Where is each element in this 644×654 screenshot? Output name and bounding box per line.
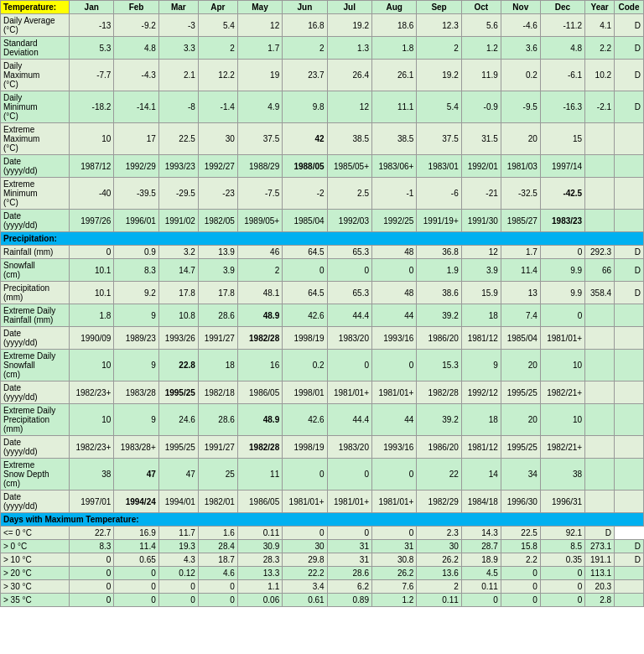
table-cell: 0 bbox=[371, 459, 416, 490]
table-cell bbox=[585, 382, 615, 404]
table-cell: 1988/05 bbox=[283, 155, 327, 178]
table-cell bbox=[615, 580, 644, 594]
table-cell: 12.3 bbox=[417, 14, 461, 37]
table-cell: 18 bbox=[198, 350, 237, 382]
table-cell: 2.2 bbox=[501, 553, 540, 567]
table-cell: 1992/03 bbox=[327, 210, 371, 232]
table-cell: 5.6 bbox=[461, 14, 501, 37]
table-cell: 8.3 bbox=[70, 540, 114, 553]
table-cell: 14 bbox=[461, 459, 501, 490]
table-cell: 1981/01+ bbox=[371, 382, 416, 404]
table-cell: 13.9 bbox=[198, 246, 237, 259]
table-cell bbox=[615, 123, 644, 155]
table-cell: 0 bbox=[327, 259, 371, 282]
table-cell: 66 bbox=[585, 259, 615, 282]
table-cell bbox=[615, 382, 644, 404]
col-jun: Jun bbox=[283, 1, 327, 14]
table-cell: 7.6 bbox=[371, 580, 416, 594]
col-jan: Jan bbox=[70, 1, 114, 14]
table-cell: -32.5 bbox=[501, 178, 540, 210]
table-cell: 1982/05 bbox=[198, 210, 237, 232]
table-cell: 47 bbox=[114, 459, 158, 490]
table-cell: 1983/06+ bbox=[371, 155, 416, 178]
table-cell: 1994/24 bbox=[114, 490, 158, 513]
row-label: Date(yyyy/dd) bbox=[1, 210, 70, 232]
table-cell: 8.5 bbox=[540, 540, 584, 553]
table-cell: 1.1 bbox=[237, 580, 282, 594]
table-cell: 17.8 bbox=[198, 282, 237, 304]
table-cell: 2 bbox=[417, 580, 461, 594]
table-cell bbox=[585, 436, 615, 459]
table-cell: 30.9 bbox=[237, 540, 282, 553]
table-cell: 11.4 bbox=[501, 259, 540, 282]
table-cell: 39.2 bbox=[417, 304, 461, 327]
table-cell: 1996/01 bbox=[114, 210, 158, 232]
table-cell: 48.1 bbox=[237, 282, 282, 304]
row-label: Date(yyyy/dd) bbox=[1, 327, 70, 350]
row-label: Extreme DailySnowfall(cm) bbox=[1, 350, 70, 382]
row-label: StandardDeviation bbox=[1, 37, 70, 60]
table-cell: 13 bbox=[501, 282, 540, 304]
table-cell: 0 bbox=[70, 580, 114, 594]
table-cell: 0 bbox=[283, 527, 327, 540]
table-cell: 0 bbox=[540, 567, 584, 580]
table-cell: 20 bbox=[501, 123, 540, 155]
table-cell: 113.1 bbox=[585, 567, 615, 580]
table-cell bbox=[585, 459, 615, 490]
table-cell: 0 bbox=[501, 594, 540, 607]
table-cell: 11.1 bbox=[371, 91, 416, 123]
row-label: Precipitation(mm) bbox=[1, 282, 70, 304]
table-cell: 8.3 bbox=[114, 259, 158, 282]
table-cell: 42 bbox=[283, 123, 327, 155]
table-cell: 15 bbox=[540, 123, 584, 155]
table-cell: 46 bbox=[237, 246, 282, 259]
table-cell: 1997/26 bbox=[70, 210, 114, 232]
col-apr: Apr bbox=[198, 1, 237, 14]
row-label: > 20 °C bbox=[1, 567, 70, 580]
table-cell: 30 bbox=[417, 540, 461, 553]
table-cell: 24.6 bbox=[158, 404, 198, 436]
section-header: Precipitation: bbox=[1, 232, 644, 246]
table-cell: 191.1 bbox=[585, 553, 615, 567]
table-cell: 1991/02 bbox=[158, 210, 198, 232]
table-cell: 10.2 bbox=[585, 60, 615, 91]
table-cell: 0 bbox=[327, 350, 371, 382]
table-cell: 1998/19 bbox=[283, 436, 327, 459]
table-cell: 6.2 bbox=[327, 580, 371, 594]
table-cell: 0 bbox=[70, 567, 114, 580]
table-cell: 0.65 bbox=[114, 553, 158, 567]
table-cell bbox=[615, 304, 644, 327]
table-cell: 9 bbox=[114, 304, 158, 327]
table-cell: 19.2 bbox=[327, 14, 371, 37]
table-cell: 15.8 bbox=[501, 540, 540, 553]
table-cell: 3.9 bbox=[461, 259, 501, 282]
table-cell: 39.2 bbox=[417, 404, 461, 436]
table-cell: 1984/18 bbox=[461, 490, 501, 513]
col-may: May bbox=[237, 1, 282, 14]
table-cell: 4.3 bbox=[158, 553, 198, 567]
table-cell: 0.11 bbox=[237, 527, 282, 540]
row-label: Date(yyyy/dd) bbox=[1, 436, 70, 459]
table-cell: 0.11 bbox=[461, 580, 501, 594]
table-cell: 0.11 bbox=[417, 594, 461, 607]
table-cell: 1994/01 bbox=[158, 490, 198, 513]
table-cell: 29.8 bbox=[283, 553, 327, 567]
table-cell: 19 bbox=[237, 60, 282, 91]
table-cell: 1982/29 bbox=[417, 490, 461, 513]
table-cell: 358.4 bbox=[585, 282, 615, 304]
table-cell: 1985/27 bbox=[501, 210, 540, 232]
table-cell: 1986/05 bbox=[237, 382, 282, 404]
table-cell: -9.5 bbox=[501, 91, 540, 123]
table-cell: 1995/25 bbox=[501, 436, 540, 459]
table-cell: 7.4 bbox=[501, 304, 540, 327]
table-cell: 1982/21+ bbox=[540, 382, 584, 404]
table-cell: 0 bbox=[198, 594, 237, 607]
table-cell: 13.6 bbox=[417, 567, 461, 580]
table-cell: 0.2 bbox=[283, 350, 327, 382]
table-cell: 2.2 bbox=[585, 37, 615, 60]
row-label: Date(yyyy/dd) bbox=[1, 490, 70, 513]
table-cell: 10 bbox=[540, 350, 584, 382]
table-cell: 26.2 bbox=[371, 567, 416, 580]
table-cell: 23.7 bbox=[283, 60, 327, 91]
table-cell: 34 bbox=[501, 459, 540, 490]
